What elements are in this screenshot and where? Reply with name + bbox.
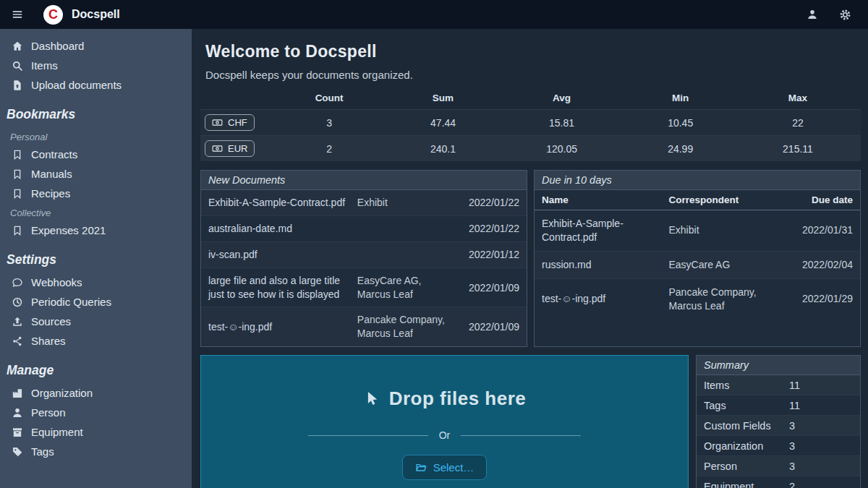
- stats-row-eur: EUR 2 240.1 120.05 24.99 215.11: [200, 136, 861, 162]
- due-documents-title: Due in 10 days: [535, 171, 860, 190]
- settings-button[interactable]: [837, 7, 854, 23]
- money-bill-icon: [212, 117, 223, 128]
- due-row: Exhibit-A-Sample-Contract.pdf Exhibit 20…: [535, 210, 860, 252]
- summary-label: Custom Fields: [704, 420, 789, 432]
- sidebar-item-dashboard[interactable]: Dashboard: [0, 36, 192, 56]
- summary-list: Items 11 Tags 11 Custom Fields 3 Organ: [697, 375, 860, 488]
- sidebar-item-equipment[interactable]: Equipment: [0, 422, 192, 442]
- sidebar-item-shares[interactable]: Shares: [0, 331, 192, 351]
- stats-sum: 47.44: [388, 110, 497, 136]
- menu-toggle-button[interactable]: [10, 7, 25, 22]
- summary-value: 11: [789, 400, 853, 411]
- tag-icon: [10, 446, 24, 458]
- hamburger-icon: [12, 9, 23, 20]
- account-button[interactable]: [805, 7, 820, 22]
- home-icon: [10, 40, 24, 52]
- stats-row-chf: CHF 3 47.44 15.81 10.45 22: [200, 110, 861, 136]
- stats-header-min: Min: [626, 87, 734, 110]
- due-date: 2022/01/31: [779, 210, 861, 252]
- stats-header-max: Max: [735, 87, 861, 110]
- document-link[interactable]: large file and also a large title just t…: [208, 274, 352, 301]
- stats-min: 24.99: [626, 136, 734, 162]
- sidebar-item-bookmark-contracts[interactable]: Contracts: [0, 145, 192, 164]
- document-link[interactable]: iv-scan.pdf: [208, 248, 352, 262]
- due-date: 2022/02/04: [779, 251, 861, 278]
- document-date: 2022/01/09: [463, 321, 519, 333]
- sidebar-item-periodic-queries[interactable]: Periodic Queries: [0, 292, 192, 312]
- document-link[interactable]: Exhibit-A-Sample-Contract.pdf: [208, 196, 352, 210]
- document-link[interactable]: test-☺-ing.pdf: [542, 293, 605, 304]
- dropzone-title-row: Drop files here: [363, 388, 527, 410]
- bookmarks-collective-label: Collective: [0, 203, 192, 221]
- sidebar-item-label: Manuals: [31, 168, 72, 180]
- sidebar-item-bookmark-recipes[interactable]: Recipes: [0, 184, 192, 203]
- stats-avg: 120.05: [498, 136, 626, 162]
- document-row: large file and also a large title just t…: [201, 267, 527, 307]
- sidebar-item-bookmark-manuals[interactable]: Manuals: [0, 164, 192, 184]
- industry-icon: [10, 388, 24, 399]
- sidebar-item-tags[interactable]: Tags: [0, 442, 192, 461]
- sidebar: Dashboard Items Upload documents Bookmar…: [0, 29, 192, 488]
- document-link[interactable]: russion.md: [542, 259, 591, 270]
- currency-badge-chf: CHF: [205, 114, 255, 131]
- document-row: test-☺-ing.pdf Pancake Company, Marcus L…: [201, 307, 527, 346]
- sidebar-item-items[interactable]: Items: [0, 56, 192, 75]
- stats-count: 2: [270, 136, 388, 162]
- due-row: russion.md EasyCare AG 2022/02/04: [535, 251, 860, 278]
- sidebar-item-webhooks[interactable]: Webhooks: [0, 273, 192, 292]
- stats-count: 3: [270, 110, 388, 136]
- manage-heading: Manage: [0, 351, 192, 383]
- panels-row: New Documents Exhibit-A-Sample-Contract.…: [200, 170, 861, 347]
- due-row: test-☺-ing.pdf Pancake Company, Marcus L…: [535, 278, 860, 319]
- document-link[interactable]: Exhibit-A-Sample-Contract.pdf: [542, 218, 624, 243]
- summary-panel: Summary Items 11 Tags 11 Custom Fields 3: [696, 355, 861, 488]
- new-documents-title: New Documents: [201, 171, 527, 190]
- user-icon: [807, 9, 818, 20]
- document-correspondent: Exhibit: [357, 196, 457, 210]
- history-icon: [10, 296, 24, 308]
- document-link[interactable]: test-☺-ing.pdf: [208, 320, 352, 334]
- sidebar-item-label: Upload documents: [31, 79, 122, 91]
- document-correspondent: Pancake Company, Marcus Leaf: [357, 313, 457, 341]
- sidebar-item-label: Sources: [31, 315, 71, 328]
- search-icon: [10, 60, 24, 72]
- folder-open-icon: [415, 462, 427, 474]
- divider-line: [461, 435, 581, 436]
- currency-label: CHF: [228, 117, 247, 128]
- summary-label: Items: [704, 380, 789, 391]
- due-header-correspondent: Correspondent: [662, 190, 779, 210]
- summary-value: 3: [789, 440, 853, 452]
- summary-value: 2: [789, 481, 853, 488]
- topbar: C Docspell: [0, 0, 868, 29]
- select-files-button[interactable]: Select…: [402, 455, 488, 480]
- sidebar-item-organization[interactable]: Organization: [0, 383, 192, 403]
- new-documents-list: Exhibit-A-Sample-Contract.pdf Exhibit 20…: [201, 190, 527, 346]
- sidebar-item-label: Recipes: [31, 187, 70, 200]
- summary-value: 3: [789, 420, 853, 432]
- summary-row: Person 3: [697, 455, 860, 476]
- document-link[interactable]: australian-date.md: [208, 222, 352, 236]
- stats-max: 22: [735, 110, 861, 136]
- file-dropzone[interactable]: Drop files here Or Select…: [200, 355, 689, 488]
- sidebar-item-label: Person: [31, 406, 66, 419]
- sidebar-item-bookmark-expenses-2021[interactable]: Expenses 2021: [0, 221, 192, 240]
- due-correspondent: Pancake Company, Marcus Leaf: [662, 278, 779, 319]
- bottom-row: Drop files here Or Select… Summary: [200, 355, 861, 488]
- sidebar-item-upload-documents[interactable]: Upload documents: [0, 75, 192, 95]
- comment-icon: [10, 277, 24, 288]
- summary-row: Items 11: [697, 375, 860, 395]
- currency-stats-table: Count Sum Avg Min Max CHF 3 47.44 15.81 …: [200, 87, 861, 161]
- document-row: australian-date.md 2022/01/22: [201, 215, 527, 241]
- docspell-logo: C: [43, 5, 63, 25]
- summary-label: Tags: [704, 400, 789, 411]
- sidebar-item-sources[interactable]: Sources: [0, 312, 192, 331]
- bookmark-icon: [10, 188, 24, 200]
- summary-row: Tags 11: [697, 395, 860, 415]
- document-row: iv-scan.pdf 2022/01/12: [201, 241, 527, 267]
- summary-label: Organization: [704, 440, 789, 452]
- file-upload-icon: [10, 80, 24, 91]
- sidebar-item-label: Organization: [31, 387, 93, 399]
- currency-label: EUR: [228, 143, 247, 154]
- sidebar-item-person[interactable]: Person: [0, 403, 192, 422]
- summary-title: Summary: [697, 356, 860, 375]
